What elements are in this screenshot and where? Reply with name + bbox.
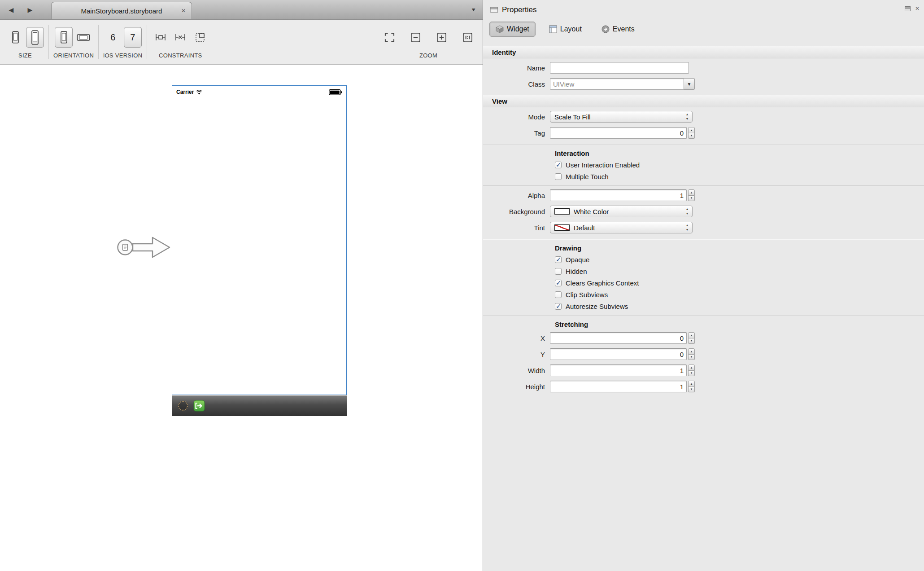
tab-events[interactable]: Events bbox=[595, 22, 641, 37]
zoom-fit-button[interactable] bbox=[380, 27, 398, 48]
stepper-up-icon[interactable] bbox=[688, 365, 695, 371]
remove-constraint-button[interactable] bbox=[171, 27, 189, 48]
background-popup[interactable]: White Color bbox=[550, 206, 693, 217]
user-interaction-checkbox[interactable] bbox=[555, 162, 562, 168]
exit-segue-icon[interactable] bbox=[193, 400, 205, 412]
clip-subviews-checkbox[interactable] bbox=[555, 291, 562, 298]
storyboard-editor-pane: MainStoryboard.storyboard bbox=[0, 0, 483, 571]
stretch-height-input[interactable] bbox=[550, 381, 687, 392]
name-input[interactable] bbox=[550, 62, 689, 74]
zoom-fit-icon bbox=[384, 32, 395, 43]
user-interaction-row[interactable]: User Interaction Enabled bbox=[483, 159, 924, 171]
tint-value: Default bbox=[574, 224, 595, 232]
identity-section-header: Identity bbox=[483, 46, 924, 58]
size-group-label: SIZE bbox=[18, 52, 32, 59]
carrier-label: Carrier bbox=[176, 89, 194, 95]
tab-close-icon[interactable] bbox=[180, 7, 187, 14]
clears-graphics-checkbox[interactable] bbox=[555, 280, 562, 286]
toolbar-group-constraints: CONSTRAINTS bbox=[148, 20, 213, 64]
ios6-version-button[interactable]: 6 bbox=[104, 27, 122, 48]
constraints-group-label: CONSTRAINTS bbox=[159, 52, 202, 59]
opaque-row[interactable]: Opaque bbox=[483, 254, 924, 265]
orientation-group-label: ORIENTATION bbox=[53, 52, 94, 59]
alpha-row: Alpha bbox=[483, 187, 924, 203]
size-phone35-button[interactable] bbox=[6, 27, 24, 48]
view-controller-screen[interactable]: Carrier bbox=[172, 85, 347, 395]
tab-list-chevron-icon[interactable] bbox=[471, 6, 476, 13]
group-divider bbox=[483, 144, 924, 145]
alpha-stepper[interactable] bbox=[688, 189, 695, 201]
stepper-up-icon[interactable] bbox=[688, 127, 695, 133]
stretch-width-stepper[interactable] bbox=[688, 365, 695, 376]
stretch-y-label: Y bbox=[483, 351, 550, 358]
frame-constraint-icon bbox=[194, 31, 206, 43]
clip-subviews-row[interactable]: Clip Subviews bbox=[483, 289, 924, 300]
size-phone4-button[interactable] bbox=[26, 27, 44, 48]
actual-size-icon bbox=[462, 32, 473, 43]
tab-layout[interactable]: Layout bbox=[543, 22, 588, 37]
tag-stepper[interactable] bbox=[688, 127, 695, 139]
first-responder-icon[interactable] bbox=[178, 401, 188, 411]
tag-input[interactable] bbox=[550, 127, 687, 139]
background-label: Background bbox=[483, 208, 550, 215]
class-combo[interactable] bbox=[550, 78, 695, 90]
zoom-in-button[interactable] bbox=[432, 27, 450, 48]
alpha-input[interactable] bbox=[550, 189, 687, 201]
hidden-row[interactable]: Hidden bbox=[483, 265, 924, 277]
forward-arrow-button[interactable] bbox=[22, 3, 38, 17]
opaque-checkbox[interactable] bbox=[555, 256, 562, 263]
tab-widget-label: Widget bbox=[507, 25, 529, 33]
stepper-up-icon[interactable] bbox=[688, 332, 695, 338]
toolbar-group-orientation: ORIENTATION bbox=[50, 20, 97, 64]
autoresize-subviews-checkbox[interactable] bbox=[555, 303, 562, 310]
stretch-x-input[interactable] bbox=[550, 332, 687, 344]
toolbar-separator bbox=[147, 25, 147, 59]
user-interaction-label: User Interaction Enabled bbox=[566, 161, 640, 169]
orientation-portrait-button[interactable] bbox=[55, 27, 73, 48]
background-value: White Color bbox=[574, 208, 609, 215]
class-input[interactable] bbox=[550, 78, 684, 90]
stepper-down-icon[interactable] bbox=[688, 387, 695, 393]
stepper-up-icon[interactable] bbox=[688, 381, 695, 387]
storyboard-canvas[interactable]: Carrier bbox=[0, 65, 483, 571]
stepper-down-icon[interactable] bbox=[688, 133, 695, 139]
panel-window-controls bbox=[905, 6, 920, 11]
autoresize-subviews-row[interactable]: Autoresize Subviews bbox=[483, 300, 924, 312]
tab-widget[interactable]: Widget bbox=[489, 22, 536, 37]
frame-constraint-button[interactable] bbox=[191, 27, 209, 48]
initial-view-controller-arrow[interactable] bbox=[112, 232, 171, 263]
close-panel-icon[interactable] bbox=[915, 6, 920, 11]
mode-label: Mode bbox=[483, 113, 550, 121]
hidden-checkbox[interactable] bbox=[555, 268, 562, 275]
stepper-up-icon[interactable] bbox=[688, 348, 695, 355]
multiple-touch-checkbox[interactable] bbox=[555, 173, 562, 180]
back-arrow-button[interactable] bbox=[4, 3, 19, 17]
stepper-up-icon[interactable] bbox=[688, 189, 695, 196]
popup-arrows-icon bbox=[684, 223, 690, 232]
stretch-x-stepper[interactable] bbox=[688, 332, 695, 344]
view-section-header: View bbox=[483, 95, 924, 107]
orientation-landscape-button[interactable] bbox=[74, 27, 92, 48]
stretch-height-stepper[interactable] bbox=[688, 381, 695, 392]
class-dropdown-icon[interactable] bbox=[684, 78, 695, 90]
clears-graphics-row[interactable]: Clears Graphics Context bbox=[483, 277, 924, 289]
tint-popup[interactable]: Default bbox=[550, 222, 693, 233]
zoom-out-button[interactable] bbox=[406, 27, 424, 48]
popup-arrows-icon bbox=[684, 112, 690, 121]
tag-row: Tag bbox=[483, 125, 924, 141]
stepper-down-icon[interactable] bbox=[688, 338, 695, 344]
stepper-down-icon[interactable] bbox=[688, 371, 695, 377]
stretch-width-input[interactable] bbox=[550, 365, 687, 376]
stretch-y-input[interactable] bbox=[550, 348, 687, 360]
ios7-version-button[interactable]: 7 bbox=[124, 27, 142, 48]
status-bar: Carrier bbox=[172, 86, 346, 98]
mode-popup[interactable]: Scale To Fill bbox=[550, 111, 693, 123]
zoom-actual-size-button[interactable] bbox=[458, 27, 476, 48]
multiple-touch-row[interactable]: Multiple Touch bbox=[483, 171, 924, 182]
add-constraint-button[interactable] bbox=[152, 27, 170, 48]
stepper-down-icon[interactable] bbox=[688, 196, 695, 202]
stepper-down-icon[interactable] bbox=[688, 355, 695, 360]
document-tab[interactable]: MainStoryboard.storyboard bbox=[51, 2, 192, 19]
dock-panel-icon[interactable] bbox=[905, 6, 911, 11]
stretch-y-stepper[interactable] bbox=[688, 348, 695, 360]
